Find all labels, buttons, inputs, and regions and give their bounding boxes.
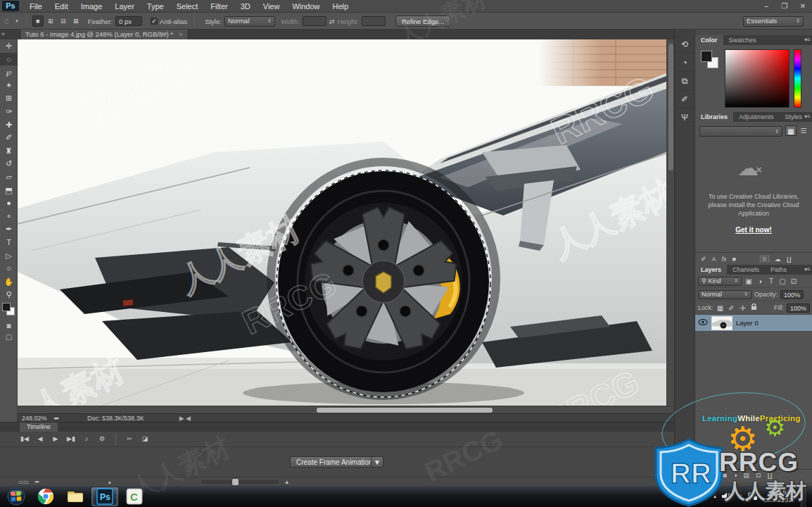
horizontal-scrollbar-thumb[interactable] [317,408,493,413]
color-panel-swatches[interactable] [701,51,722,72]
tool-path-selection[interactable]: ▷ [0,249,18,263]
frames-view-icon[interactable]: ▭▭ [18,479,29,485]
layer-style-icon[interactable]: fx [711,472,716,479]
hue-strip[interactable] [794,49,801,108]
delete-icon[interactable]: ∐ [787,256,792,263]
tray-expand-icon[interactable]: ▴ [713,494,716,499]
tab-paths[interactable]: Paths [765,265,792,275]
refine-edge-button[interactable]: Refine Edge... [395,15,450,27]
action-center-flag-icon[interactable]: ⚑ [737,493,742,500]
vertical-scrollbar[interactable] [666,39,674,406]
tab-swatches[interactable]: Swatches [723,35,762,45]
filter-smart-objects-icon[interactable]: ⊡ [789,277,798,285]
cloud-sync-icon[interactable]: ☁ [775,256,781,263]
animation-type-dropdown[interactable]: ▼ [371,456,383,468]
tool-preset-picker[interactable]: ◌ ▾ [0,16,23,26]
tab-color[interactable]: Color [695,35,723,45]
width-input[interactable] [303,16,326,26]
layer-thumbnail[interactable] [711,316,732,330]
taskbar-clock[interactable]: 15:25 28/05/2017 [763,489,795,504]
kind-filter-dropdown[interactable]: ⚲Kind ⇕ [698,277,742,286]
language-indicator[interactable]: FR [699,493,708,500]
tool-move[interactable]: ✛ [0,39,18,53]
vertical-scrollbar-thumb[interactable] [668,44,673,170]
timeline-settings-icon[interactable]: ⚙ [96,434,108,445]
workspace-dropdown[interactable]: Essentials ⇕ [743,16,804,27]
tool-pen[interactable]: ✒ [0,223,18,236]
zoom-level[interactable]: 248.02% [22,415,47,422]
menu-help[interactable]: Help [326,0,355,13]
swap-dimensions-icon[interactable]: ⇄ [329,18,335,25]
tool-clone-stamp[interactable]: ♜ [0,144,18,158]
layer-visibility-eye-icon[interactable] [698,319,708,327]
menu-view[interactable]: View [257,0,286,13]
tool-lasso[interactable]: ℘ [0,65,18,79]
lock-transparency-icon[interactable]: ▦ [716,304,725,312]
volume-icon[interactable] [722,492,731,501]
brush-panel-icon[interactable]: ✐ [675,90,694,108]
tool-spot-healing[interactable]: ✚ [0,118,18,132]
chrome-taskbar-button[interactable] [32,487,59,506]
history-panel-icon[interactable]: ⟲ [675,35,694,54]
foreground-color-swatch[interactable] [2,303,11,311]
tool-elliptical-marquee[interactable]: ◌ [0,53,18,66]
status-scroll-arrows[interactable]: ▶ ◀ [179,415,191,422]
minimize-button[interactable]: – [757,1,775,12]
brush-presets-panel-icon[interactable]: Ψ [675,108,694,127]
add-color-icon[interactable]: ■ [732,256,736,263]
panel-menu-icon[interactable]: ▾≡ [804,266,811,273]
tool-history-brush[interactable]: ↺ [0,157,18,170]
tool-shape[interactable]: ○ [0,262,18,275]
filter-shape-layers-icon[interactable]: ▢ [778,277,787,285]
explorer-taskbar-button[interactable] [62,487,89,506]
menu-layer[interactable]: Layer [108,0,141,13]
tab-adjustments[interactable]: Adjustments [733,112,780,122]
timeline-export-icon[interactable]: ➦ [34,479,39,485]
quick-mask-button[interactable]: ◙ [0,320,18,332]
tool-zoom[interactable]: ⚲ [0,288,18,301]
tool-type[interactable]: T [0,236,18,249]
first-frame-button[interactable]: ▮◀ [18,434,31,445]
layer-mask-icon[interactable]: ◙ [723,472,726,479]
tab-libraries[interactable]: Libraries [695,112,733,122]
screen-mode-button[interactable]: ▢ [0,332,18,343]
foreground-color-swatch[interactable] [701,51,712,62]
filter-pixel-layers-icon[interactable]: ▣ [744,277,753,285]
network-icon[interactable] [748,492,758,501]
style-dropdown[interactable]: Normal ⇕ [224,16,275,27]
fill-input[interactable]: 100% [787,303,810,313]
clone-source-panel-icon[interactable]: ⧉ [675,72,694,90]
panel-menu-icon[interactable]: ▾≡ [804,37,811,43]
menu-image[interactable]: Image [75,0,109,13]
blend-mode-dropdown[interactable]: Normal ⇕ [698,290,751,299]
restore-button[interactable]: ❐ [775,1,794,12]
next-frame-button[interactable]: ▶▮ [65,434,77,445]
zoom-in-icon[interactable]: ▲ [284,479,290,485]
menu-file[interactable]: File [23,0,49,13]
foreground-background-swatches[interactable] [2,303,15,316]
lock-position-icon[interactable]: ✛ [739,304,747,312]
split-clip-icon[interactable]: ✂ [123,434,136,445]
previous-frame-button[interactable]: ◀ [34,434,46,445]
audio-button[interactable]: ♪ [80,434,93,445]
layer-name[interactable]: Layer 0 [736,319,759,327]
tool-brush[interactable]: ✐ [0,131,18,144]
tool-eyedropper[interactable]: ✑ [0,105,18,118]
library-select-dropdown[interactable]: ⇕ [699,126,782,137]
lock-all-icon[interactable] [750,303,759,312]
selection-mode-subtract-button[interactable]: ⊟ [58,15,69,27]
layer-row[interactable]: Layer 0 [695,315,812,332]
show-desktop-button[interactable] [801,486,806,507]
menu-filter[interactable]: Filter [204,0,234,13]
selection-mode-new-button[interactable]: ■ [32,15,44,27]
tool-hand[interactable]: ✋ [0,275,18,289]
filter-adjustment-layers-icon[interactable]: ◑ [756,277,764,285]
start-button[interactable] [3,487,30,506]
list-view-button[interactable]: ☰ [798,125,809,136]
add-character-style-icon[interactable]: A [712,256,716,263]
tool-eraser[interactable]: ▱ [0,170,18,184]
new-layer-icon[interactable]: ⊡ [756,472,761,479]
tool-gradient[interactable]: ⬒ [0,184,18,197]
filter-type-layers-icon[interactable]: T [767,277,775,285]
zoom-out-icon[interactable]: ▴ [108,479,111,485]
